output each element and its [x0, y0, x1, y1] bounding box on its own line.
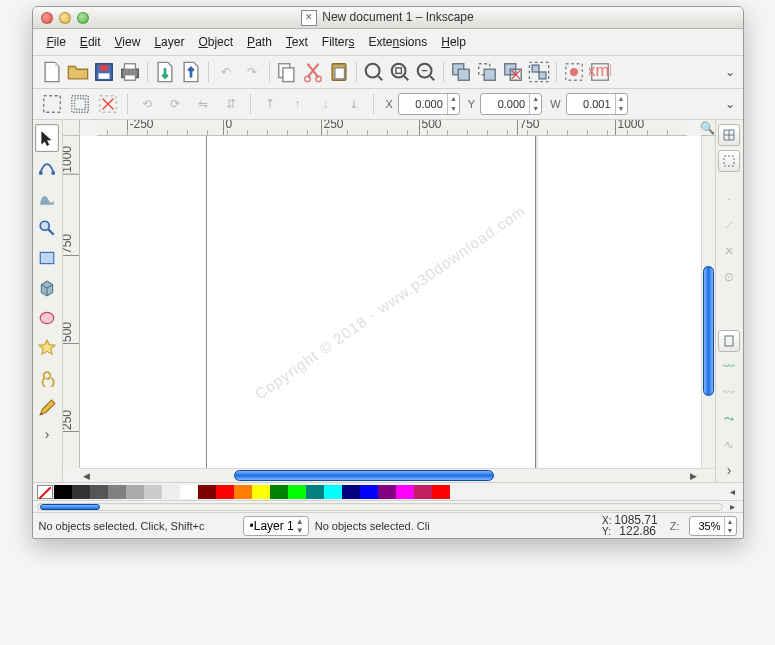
snap-intersect-button[interactable]: ✕: [718, 240, 740, 262]
new-file-button[interactable]: [40, 60, 64, 84]
node-tool[interactable]: [35, 154, 59, 182]
toolbox-more[interactable]: ›: [45, 426, 50, 442]
w-field[interactable]: ▲▼: [566, 93, 628, 115]
options-overflow-button[interactable]: ⌄: [723, 97, 737, 111]
print-button[interactable]: [118, 60, 142, 84]
ellipse-tool[interactable]: [35, 304, 59, 332]
flip-v-button[interactable]: ⇵: [219, 92, 243, 116]
color-swatch[interactable]: [270, 485, 288, 499]
fill-stroke-button[interactable]: [562, 60, 586, 84]
color-swatch[interactable]: [234, 485, 252, 499]
copy-button[interactable]: [275, 60, 299, 84]
zoom-drawing-button[interactable]: [388, 60, 412, 84]
snap-path-button[interactable]: ⟋: [718, 214, 740, 236]
ruler-horizontal[interactable]: -250 0 250 500 750 1000: [97, 120, 687, 136]
color-swatch[interactable]: [54, 485, 72, 499]
snap-bbox-button[interactable]: [718, 150, 740, 172]
deselect-button[interactable]: [96, 92, 120, 116]
redo-button[interactable]: ↷: [240, 60, 264, 84]
color-swatch[interactable]: [90, 485, 108, 499]
toolbar-overflow-button[interactable]: ⌄: [723, 65, 737, 79]
vertical-scrollbar[interactable]: [701, 136, 715, 468]
snap-center-button[interactable]: ⊙: [718, 266, 740, 288]
color-swatch[interactable]: [198, 485, 216, 499]
pencil-tool[interactable]: [35, 394, 59, 422]
3dbox-tool[interactable]: [35, 274, 59, 302]
y-field[interactable]: ▲▼: [480, 93, 542, 115]
color-swatch[interactable]: [252, 485, 270, 499]
y-input[interactable]: [481, 98, 529, 110]
rect-tool[interactable]: [35, 244, 59, 272]
horizontal-scrollbar[interactable]: [94, 468, 687, 482]
color-swatch[interactable]: [378, 485, 396, 499]
zoom-tool[interactable]: [35, 214, 59, 242]
color-swatch[interactable]: [72, 485, 90, 499]
color-swatch[interactable]: [162, 485, 180, 499]
palette-menu-button[interactable]: ◂: [727, 486, 739, 497]
x-input[interactable]: [399, 98, 447, 110]
color-swatch[interactable]: [432, 485, 450, 499]
hscroll-right-arrow[interactable]: ▶: [687, 468, 701, 482]
star-tool[interactable]: [35, 334, 59, 362]
zoom-corner-icon[interactable]: 🔍: [701, 120, 715, 136]
undo-button[interactable]: ↶: [214, 60, 238, 84]
zoom-input[interactable]: [690, 520, 724, 532]
raise-button[interactable]: ↑: [286, 92, 310, 116]
color-swatch[interactable]: [144, 485, 162, 499]
unlink-clone-button[interactable]: [501, 60, 525, 84]
w-input[interactable]: [567, 98, 615, 110]
no-fill-swatch[interactable]: [37, 485, 53, 499]
selector-tool[interactable]: [35, 124, 59, 152]
spiral-tool[interactable]: [35, 364, 59, 392]
group-button[interactable]: [527, 60, 551, 84]
x-field[interactable]: ▲▼: [398, 93, 460, 115]
zoom-fit-button[interactable]: [362, 60, 386, 84]
color-swatch[interactable]: [126, 485, 144, 499]
snap-node-button[interactable]: ∙: [718, 188, 740, 210]
palette-scrollbar[interactable]: ▸: [33, 500, 743, 512]
lower-bottom-button[interactable]: ⤓: [342, 92, 366, 116]
paste-button[interactable]: [327, 60, 351, 84]
zoom-page-button[interactable]: [414, 60, 438, 84]
menu-object[interactable]: Object: [192, 33, 239, 51]
menu-file[interactable]: File: [41, 33, 72, 51]
snap-curve2-button[interactable]: 〰: [718, 382, 740, 404]
snap-toggle-button[interactable]: [718, 124, 740, 146]
import-button[interactable]: [153, 60, 177, 84]
color-swatch[interactable]: [180, 485, 198, 499]
palette-scroll-right[interactable]: ▸: [727, 501, 739, 512]
color-swatch[interactable]: [288, 485, 306, 499]
select-all-layers-button[interactable]: [68, 92, 92, 116]
snap-curve4-button[interactable]: ∿: [718, 434, 740, 456]
layer-selector[interactable]: •Layer 1 ▲▼: [243, 516, 309, 536]
zoom-field[interactable]: ▲▼: [689, 516, 737, 536]
ruler-vertical[interactable]: 1000 750 500 250: [63, 136, 80, 468]
close-window-button[interactable]: [41, 12, 53, 24]
lower-button[interactable]: ↓: [314, 92, 338, 116]
rotate-ccw-button[interactable]: ⟲: [135, 92, 159, 116]
canvas[interactable]: Copyright © 2018 - www.p30download.com: [80, 136, 701, 468]
flip-h-button[interactable]: ⇋: [191, 92, 215, 116]
menu-filters[interactable]: Filters: [316, 33, 361, 51]
hscroll-left-arrow[interactable]: ◀: [80, 468, 94, 482]
rotate-cw-button[interactable]: ⟳: [163, 92, 187, 116]
zoom-window-button[interactable]: [77, 12, 89, 24]
color-swatch[interactable]: [360, 485, 378, 499]
color-swatch[interactable]: [396, 485, 414, 499]
snap-page-button[interactable]: [718, 330, 740, 352]
color-swatch[interactable]: [342, 485, 360, 499]
menu-text[interactable]: Text: [280, 33, 314, 51]
snap-more[interactable]: ›: [727, 462, 732, 478]
snap-curve3-button[interactable]: ⤳: [718, 408, 740, 430]
select-all-button[interactable]: [40, 92, 64, 116]
tweak-tool[interactable]: [35, 184, 59, 212]
color-swatch[interactable]: [324, 485, 342, 499]
menu-view[interactable]: View: [109, 33, 147, 51]
duplicate-button[interactable]: [449, 60, 473, 84]
color-swatch[interactable]: [108, 485, 126, 499]
menu-extensions[interactable]: Extensions: [363, 33, 434, 51]
cut-button[interactable]: [301, 60, 325, 84]
color-swatch[interactable]: [414, 485, 432, 499]
minimize-window-button[interactable]: [59, 12, 71, 24]
color-swatch[interactable]: [306, 485, 324, 499]
